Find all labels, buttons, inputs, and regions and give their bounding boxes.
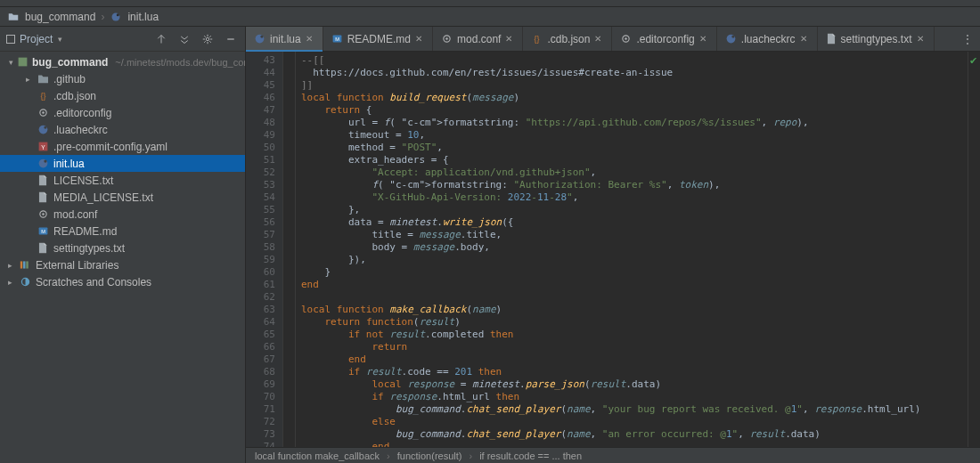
- tree-node-label: MEDIA_LICENSE.txt: [53, 191, 153, 204]
- lua-icon: [36, 123, 50, 137]
- tree-node-label: .github: [53, 73, 86, 85]
- code-editor[interactable]: 4344454647484950515253545556575859606162…: [246, 52, 980, 447]
- close-icon[interactable]: ✕: [415, 34, 424, 44]
- scratches-icon: [18, 275, 32, 289]
- conf-icon: [36, 207, 50, 222]
- svg-point-16: [42, 213, 44, 215]
- svg-text:{}: {}: [535, 35, 540, 44]
- line-number-gutter: 4344454647484950515253545556575859606162…: [246, 52, 283, 447]
- svg-rect-21: [26, 261, 28, 268]
- libraries-icon: [18, 258, 32, 272]
- svg-text:M: M: [335, 37, 339, 42]
- tab-label: init.lua: [270, 33, 301, 45]
- tab-mod-conf[interactable]: mod.conf✕: [433, 27, 523, 51]
- code-content[interactable]: --[[ https://docs.github.com/en/rest/iss…: [296, 52, 968, 447]
- chevron-right-icon: ›: [101, 11, 104, 23]
- tree-node-license-txt[interactable]: LICENSE.txt: [0, 172, 245, 189]
- svg-point-3: [206, 37, 208, 40]
- tab-label: .editorconfig: [636, 33, 694, 45]
- tree-twisty: ▸: [23, 75, 32, 84]
- folder-icon: [36, 72, 50, 86]
- svg-point-14: [44, 159, 46, 162]
- tab-settingtypes-txt[interactable]: settingtypes.txt✕: [818, 27, 935, 51]
- structure-breadcrumb[interactable]: local function make_callback › function(…: [246, 447, 980, 463]
- tree-node-init-lua[interactable]: init.lua: [0, 155, 245, 172]
- svg-rect-2: [7, 35, 15, 43]
- md-icon: M: [36, 224, 50, 239]
- close-icon[interactable]: ✕: [917, 34, 926, 44]
- main-toolbar: [0, 0, 980, 7]
- tab-readme-md[interactable]: MREADME.md✕: [323, 27, 433, 51]
- close-icon[interactable]: ✕: [594, 34, 603, 44]
- fold-gutter[interactable]: [283, 52, 296, 447]
- settings-button[interactable]: [199, 30, 216, 48]
- inspections-stripe[interactable]: ✔: [968, 52, 980, 447]
- close-icon[interactable]: ✕: [505, 34, 514, 44]
- svg-point-10: [44, 126, 46, 128]
- project-view-selector[interactable]: Project ▾: [5, 33, 62, 45]
- svg-text:{}: {}: [40, 92, 45, 101]
- txt-icon: [36, 241, 50, 256]
- lua-icon: [36, 157, 50, 171]
- tab--cdb-json[interactable]: {}.cdb.json✕: [523, 27, 612, 51]
- svg-rect-19: [20, 261, 21, 268]
- expand-all-button[interactable]: [176, 30, 193, 48]
- tab-label: settingtypes.txt: [841, 33, 912, 45]
- tree-node--cdb-json[interactable]: {}.cdb.json: [0, 87, 245, 104]
- tree-node--github[interactable]: ▸.github: [0, 70, 245, 87]
- close-icon[interactable]: ✕: [699, 34, 708, 44]
- txt-icon: [36, 191, 50, 205]
- tab-init-lua[interactable]: init.lua✕: [246, 27, 323, 51]
- hide-button[interactable]: [222, 30, 240, 48]
- tree-external-libraries[interactable]: ▸ External Libraries: [0, 256, 245, 273]
- tree-node--pre-commit-config-yaml[interactable]: Y.pre-commit-config.yaml: [0, 138, 245, 155]
- svg-point-8: [42, 111, 44, 113]
- tabs-menu-button[interactable]: ⋮: [955, 27, 980, 51]
- project-toolbar: Project ▾: [0, 27, 245, 52]
- yaml-icon: Y: [36, 140, 50, 154]
- txt-icon: [36, 174, 50, 188]
- conf-icon: [441, 33, 453, 45]
- tree-node--editorconfig[interactable]: .editorconfig: [0, 104, 245, 121]
- tab--editorconfig[interactable]: .editorconfig✕: [612, 27, 716, 51]
- select-opened-file-button[interactable]: [152, 30, 170, 48]
- tree-node-readme-md[interactable]: MREADME.md: [0, 223, 245, 240]
- folder-icon: [7, 11, 20, 23]
- svg-point-1: [117, 13, 119, 16]
- svg-point-24: [260, 35, 263, 37]
- breadcrumb: bug_command › init.lua: [0, 7, 980, 27]
- tree-root[interactable]: ▾ bug_command ~/.minetest/mods.dev/bug_c…: [0, 53, 245, 70]
- project-tool-window: Project ▾ ▾ bug_command ~/.minetest/mods…: [0, 27, 246, 463]
- module-icon: [17, 55, 29, 69]
- breadcrumb-root[interactable]: bug_command: [25, 11, 95, 23]
- chevron-down-icon: ▾: [9, 58, 13, 67]
- close-icon[interactable]: ✕: [306, 34, 314, 44]
- chevron-right-icon: ›: [387, 451, 390, 461]
- tree-node-mod-conf[interactable]: mod.conf: [0, 206, 245, 223]
- cfg-icon: [36, 106, 50, 120]
- tree-node--luacheckrc[interactable]: .luacheckrc: [0, 121, 245, 138]
- md-icon: M: [331, 33, 343, 45]
- lua-icon: [110, 11, 122, 23]
- tree-node-settingtypes-txt[interactable]: settingtypes.txt: [0, 240, 245, 256]
- tree-scratches[interactable]: ▸ Scratches and Consoles: [0, 273, 245, 290]
- tab-label: mod.conf: [457, 33, 501, 45]
- project-icon: [5, 34, 16, 45]
- chevron-right-icon: ▸: [5, 278, 14, 287]
- project-tree[interactable]: ▾ bug_command ~/.minetest/mods.dev/bug_c…: [0, 52, 245, 463]
- breadcrumb-file[interactable]: init.lua: [127, 11, 159, 23]
- json-icon: {}: [531, 33, 543, 45]
- lua-icon: [254, 33, 265, 45]
- tree-node-label: .cdb.json: [53, 90, 96, 102]
- tree-node-label: .luacheckrc: [53, 124, 108, 136]
- close-icon[interactable]: ✕: [800, 34, 809, 44]
- svg-text:M: M: [41, 229, 45, 234]
- tree-node-label: LICENSE.txt: [53, 175, 113, 187]
- tab--luacheckrc[interactable]: .luacheckrc✕: [717, 27, 818, 51]
- tree-node-label: README.md: [53, 225, 117, 238]
- tree-node-media-license-txt[interactable]: MEDIA_LICENSE.txt: [0, 189, 245, 206]
- svg-rect-5: [19, 58, 28, 67]
- cfg-icon: [620, 33, 632, 45]
- svg-rect-20: [23, 261, 25, 268]
- tree-node-label: mod.conf: [53, 208, 97, 221]
